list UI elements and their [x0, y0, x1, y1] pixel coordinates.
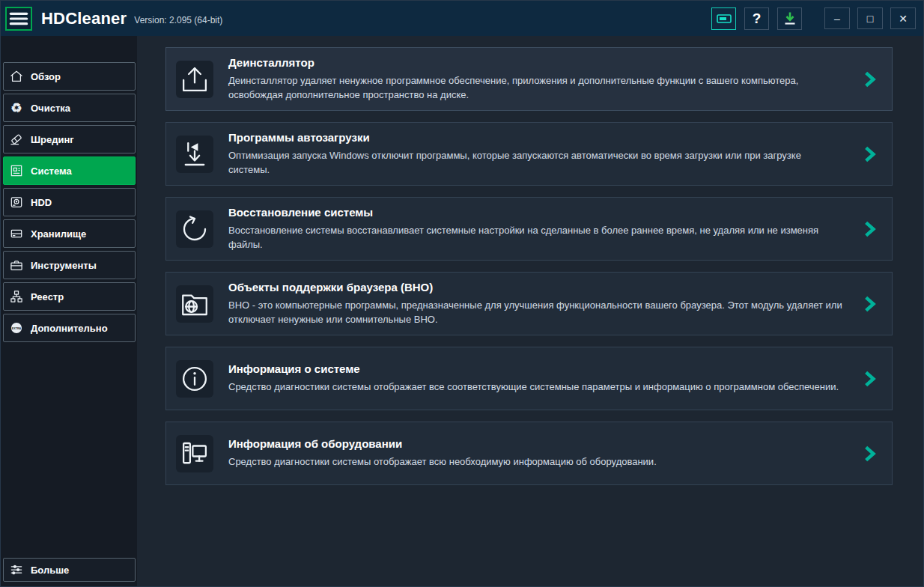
chevron-right-icon — [859, 70, 880, 89]
titlebar: HDCleaner Version: 2.095 (64-bit) ? – □ … — [1, 1, 923, 36]
extra-badge-icon: EXTRA — [9, 320, 24, 335]
system-restore-icon — [176, 210, 213, 248]
chevron-right-icon — [859, 219, 880, 239]
card-title: Объекты поддержки браузера (BHO) — [228, 281, 847, 294]
sidebar-item-more[interactable]: Больше — [3, 558, 136, 582]
sidebar-item-label: Реестр — [31, 291, 64, 302]
card-title: Информация об оборудовании — [228, 437, 847, 450]
uninstaller-icon — [176, 61, 213, 98]
sidebar-item-hdd[interactable]: HDD — [3, 188, 136, 216]
sidebar-item-overview[interactable]: Обзор — [3, 62, 136, 91]
sidebar: Обзор ♻ Очистка Шрединг Система — [1, 36, 137, 586]
update-download-button[interactable] — [777, 7, 802, 30]
registry-icon — [9, 289, 24, 304]
card-description: Средство диагностики системы отображает … — [228, 380, 842, 394]
card-system-restore[interactable]: Восстановление системы Восстановление си… — [165, 197, 893, 261]
app-title: HDCleaner — [41, 9, 127, 28]
help-button[interactable]: ? — [744, 7, 769, 30]
hdd-icon — [9, 195, 24, 210]
app-window: HDCleaner Version: 2.095 (64-bit) ? – □ … — [0, 0, 924, 587]
remote-device-icon — [715, 10, 733, 28]
card-title: Информация о системе — [228, 362, 847, 375]
card-title: Программы автозагрузки — [228, 131, 847, 144]
sidebar-item-label: Хранилище — [31, 228, 86, 240]
card-autostart[interactable]: Программы автозагрузки Оптимизация запус… — [165, 122, 893, 186]
sidebar-item-tools[interactable]: Инструменты — [3, 251, 136, 279]
sidebar-item-extra[interactable]: EXTRA Дополнительно — [3, 314, 136, 342]
sidebar-item-label: Дополнительно — [31, 323, 108, 334]
card-title: Восстановление системы — [228, 206, 847, 219]
maximize-button[interactable]: □ — [857, 7, 883, 29]
sidebar-item-label: Инструменты — [31, 260, 97, 271]
toolbox-icon — [9, 258, 24, 273]
sliders-icon — [9, 562, 24, 577]
card-uninstaller[interactable]: Деинсталлятор Деинсталлятор удаляет нену… — [165, 47, 893, 111]
chevron-right-icon — [859, 369, 880, 389]
card-description: Восстановление системы восстанавливает с… — [228, 224, 842, 251]
hardware-info-icon — [176, 435, 213, 472]
sidebar-item-label: Больше — [31, 565, 69, 576]
close-button[interactable]: ✕ — [890, 7, 916, 29]
chevron-right-icon — [859, 294, 880, 314]
card-hardware-info[interactable]: Информация об оборудовании Средство диаг… — [165, 422, 893, 485]
sidebar-item-storage[interactable]: Хранилище — [3, 219, 136, 248]
card-title: Деинсталлятор — [228, 56, 847, 69]
sidebar-item-label: Система — [31, 165, 72, 177]
card-description: Оптимизация запуска Windows отключит про… — [228, 149, 842, 176]
sidebar-item-system[interactable]: Система — [3, 156, 136, 185]
sidebar-item-label: HDD — [31, 197, 52, 208]
download-update-icon — [781, 10, 799, 28]
sidebar-item-registry[interactable]: Реестр — [3, 282, 136, 311]
minimize-button[interactable]: – — [824, 7, 850, 29]
sidebar-item-cleanup[interactable]: ♻ Очистка — [3, 94, 136, 122]
chevron-right-icon — [859, 444, 880, 463]
autostart-icon — [176, 136, 213, 173]
sidebar-item-label: Шрединг — [31, 134, 74, 145]
remote-device-button[interactable] — [711, 7, 736, 30]
help-icon: ? — [753, 10, 762, 27]
house-icon — [9, 69, 24, 84]
sidebar-item-label: Обзор — [31, 71, 61, 82]
window-controls: – □ ✕ — [817, 7, 916, 29]
storage-icon — [9, 226, 24, 241]
svg-text:EXTRA: EXTRA — [12, 327, 22, 330]
card-description: Деинсталлятор удаляет ненужное программн… — [228, 74, 842, 101]
hamburger-icon — [7, 7, 31, 31]
app-version: Version: 2.095 (64-bit) — [134, 15, 222, 25]
recycle-icon: ♻ — [9, 100, 24, 115]
browser-folder-icon — [176, 285, 213, 323]
sidebar-item-shredding[interactable]: Шрединг — [3, 125, 136, 153]
sidebar-item-label: Очистка — [31, 103, 70, 114]
card-bho[interactable]: Объекты поддержки браузера (BHO) BHO - э… — [165, 272, 893, 335]
chevron-right-icon — [859, 145, 880, 164]
hamburger-menu-button[interactable] — [5, 7, 32, 31]
main-content: Деинсталлятор Деинсталлятор удаляет нену… — [137, 36, 923, 586]
system-info-icon — [176, 360, 213, 398]
card-system-info[interactable]: Информация о системе Средство диагностик… — [165, 347, 893, 410]
eraser-icon — [9, 132, 24, 147]
card-description: Средство диагностики системы отображает … — [228, 455, 842, 469]
card-description: BHO - это компьютерные программы, предна… — [228, 299, 842, 326]
chip-icon — [9, 163, 24, 178]
